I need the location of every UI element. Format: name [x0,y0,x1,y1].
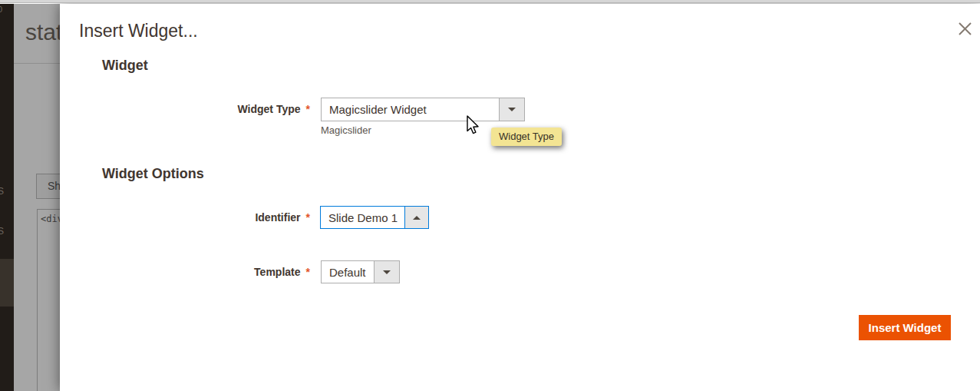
html-source-textarea[interactable]: <div [37,209,60,391]
chevron-down-icon [508,108,516,111]
sidebar-icon-fragment: S [0,226,4,237]
modal-title: Insert Widget... [79,21,198,41]
template-label-text: Template [254,266,300,278]
template-select[interactable]: Default [321,260,400,283]
show-hide-editor-button[interactable]: Sh [36,174,60,199]
widget-type-label-text: Widget Type [237,103,300,115]
mouse-cursor [465,115,481,139]
insert-widget-button[interactable]: Insert Widget [859,315,951,340]
insert-widget-modal: Insert Widget... Widget Widget Type* Mag… [60,4,980,391]
identifier-label: Identifier* [137,206,310,229]
background-page-title: stat [25,19,60,45]
widget-options-section-heading: Widget Options [102,166,204,182]
widget-section-heading: Widget [102,58,148,74]
identifier-select[interactable]: Slide Demo 1 [320,206,429,229]
template-select-value: Default [322,261,366,283]
identifier-label-text: Identifier [255,211,300,224]
identifier-select-value: Slide Demo 1 [321,207,398,228]
dimmed-page-background: stat Sh <div [14,4,60,391]
admin-sidebar: 0 S S [0,4,14,391]
widget-type-select-button[interactable] [499,98,524,121]
widget-type-note: Magicslider [321,124,371,136]
close-button[interactable] [952,18,977,42]
sidebar-active-item[interactable] [0,259,14,307]
identifier-select-button[interactable] [404,207,428,228]
background-divider [14,63,60,64]
chevron-down-icon [383,270,391,274]
chevron-up-icon [413,216,421,220]
widget-type-tooltip: Widget Type [491,128,562,146]
close-icon [958,27,972,38]
widget-type-label: Widget Type* [137,98,310,121]
required-indicator: * [306,211,310,224]
required-indicator: * [306,266,310,278]
sidebar-icon-fragment: 0 [0,5,2,14]
sidebar-icon-fragment: S [0,186,4,197]
widget-type-select[interactable]: Magicslider Widget [321,98,525,121]
required-indicator: * [306,103,310,115]
top-chrome-strip [0,0,980,3]
template-label: Template* [137,260,310,283]
template-select-button[interactable] [374,261,399,283]
